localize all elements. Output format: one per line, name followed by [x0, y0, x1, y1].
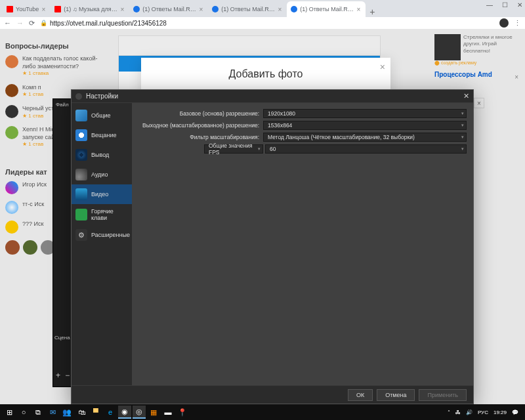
search-icon[interactable]: ○: [17, 406, 30, 419]
obs-settings-window: Настройки ✕ Общие Вещание Вывод Аудио Ви…: [71, 89, 474, 404]
video-icon: [75, 188, 87, 200]
ad-image: [434, 34, 461, 60]
category-label: Расширенные: [91, 232, 130, 238]
category-stream[interactable]: Вещание: [72, 125, 132, 145]
close-icon[interactable]: ×: [356, 6, 360, 13]
minimize-button[interactable]: —: [486, 1, 493, 9]
sidebar-heading: Вопросы-лидеры: [5, 42, 104, 50]
volume-icon[interactable]: 🔊: [466, 410, 472, 415]
url-field[interactable]: 🔒https://otvet.mail.ru/question/21345612…: [40, 20, 494, 27]
ok-button[interactable]: ОК: [348, 389, 373, 401]
new-tab-button[interactable]: +: [366, 7, 379, 17]
forward-button[interactable]: →: [16, 19, 24, 27]
category-hotkeys[interactable]: Горячие клави: [72, 204, 132, 225]
base-resolution-select[interactable]: 1920x1080▾: [263, 109, 467, 118]
category-video[interactable]: Видео: [72, 184, 132, 204]
stake-label: ★ 1 ставка: [22, 70, 104, 77]
avatar[interactable]: [5, 240, 20, 255]
close-button[interactable]: ✕: [517, 1, 522, 9]
notifications-icon[interactable]: 💬: [512, 410, 518, 415]
category-general[interactable]: Общие: [72, 106, 132, 125]
fps-value-select[interactable]: 60▾: [265, 144, 467, 154]
ad-close-icon[interactable]: ×: [514, 74, 518, 81]
category-audio[interactable]: Аудио: [72, 165, 132, 184]
clock[interactable]: 19:29: [494, 410, 507, 415]
profile-avatar[interactable]: [499, 18, 509, 28]
question-text: Как подделать голос какой-либо знаменито…: [22, 55, 104, 70]
cancel-button[interactable]: Отмена: [377, 389, 415, 401]
field-value: Общие значения FPS: [209, 142, 259, 156]
menu-button[interactable]: ⋮: [514, 19, 521, 28]
tab-mail-2[interactable]: (1) Ответы Mail.Ru: настро×: [208, 1, 287, 17]
tab-youtube[interactable]: YouTube×: [3, 1, 51, 17]
close-icon[interactable]: ×: [41, 6, 45, 13]
network-icon[interactable]: 🖧: [455, 410, 461, 415]
obs-icon: [75, 93, 82, 100]
add-scene-button[interactable]: + −: [56, 371, 70, 380]
downscale-filter-row: Фильтр масштабирования: Метод Ланцоша (Ч…: [138, 132, 467, 142]
back-button[interactable]: ←: [4, 19, 11, 27]
youtube-icon: [54, 6, 61, 12]
tab-mail-1[interactable]: (1) Ответы Mail.Ru: ответ×: [129, 1, 208, 17]
scene-label: Сцена: [54, 335, 70, 341]
output-resolution-select[interactable]: 1536x864▾: [263, 121, 467, 130]
close-icon[interactable]: ×: [199, 6, 203, 13]
tab-label: (1) Ответы Mail.Ru: настро: [300, 6, 354, 12]
file-menu[interactable]: Файл: [53, 99, 72, 110]
edge-icon[interactable]: e: [104, 406, 117, 419]
fps-type-select[interactable]: Общие значения FPS▾: [204, 144, 263, 154]
app-icon[interactable]: ▬: [161, 406, 175, 419]
maximize-button[interactable]: ☐: [502, 1, 508, 9]
apply-button[interactable]: Применить: [419, 389, 467, 401]
store-icon[interactable]: 🛍: [75, 406, 88, 419]
chevron-down-icon: ▾: [461, 135, 464, 140]
ad-create-link[interactable]: ⬤ создать рекламу: [434, 60, 520, 66]
chevron-down-icon: ▾: [461, 123, 464, 128]
avatar: [5, 220, 18, 234]
start-button[interactable]: ⊞: [3, 406, 16, 419]
obs-titlebar[interactable]: Настройки ✕: [72, 90, 473, 103]
avatar: [5, 84, 18, 97]
app-icon[interactable]: 📍: [176, 406, 189, 419]
tab-music[interactable]: (1) ♫ Музыка для Стрима×: [51, 1, 129, 17]
task-view-icon[interactable]: ⧉: [32, 406, 45, 419]
category-label: Видео: [91, 191, 108, 198]
mailru-icon: [291, 6, 297, 12]
ad-headline[interactable]: Процессоры Amd: [434, 71, 520, 78]
tab-label: (1) Ответы Mail.Ru: ответ: [142, 6, 196, 12]
system-tray: ˄ 🖧 🔊 РУС 19:29 💬: [448, 410, 522, 415]
chevron-down-icon: ▾: [258, 146, 261, 152]
address-bar: ← → ⟳ 🔒https://otvet.mail.ru/question/21…: [0, 17, 525, 29]
reload-button[interactable]: ⟳: [29, 19, 35, 28]
obs-taskbar-icon[interactable]: ◎: [133, 406, 146, 419]
close-icon[interactable]: ×: [120, 6, 124, 13]
base-resolution-row: Базовое (основа) разрешение: 1920x1080▾: [138, 108, 467, 119]
close-icon[interactable]: ×: [380, 62, 385, 72]
obs-body: Общие Вещание Вывод Аудио Видео Горячие …: [72, 103, 473, 385]
explorer-icon[interactable]: ▀: [89, 406, 102, 419]
chrome-icon[interactable]: ◉: [118, 406, 131, 419]
tab-label: YouTube: [16, 6, 39, 12]
general-icon: [75, 110, 87, 121]
mail-icon[interactable]: ✉: [46, 406, 59, 419]
tab-mail-3[interactable]: (1) Ответы Mail.Ru: настро×: [287, 1, 366, 17]
people-icon[interactable]: 👥: [60, 406, 74, 419]
tab-label: (1) Ответы Mail.Ru: настро: [221, 6, 275, 12]
question-item[interactable]: Как подделать голос какой-либо знаменито…: [5, 55, 104, 77]
avatar[interactable]: [23, 240, 37, 255]
category-output[interactable]: Вывод: [72, 145, 132, 165]
language-indicator[interactable]: РУС: [478, 410, 488, 415]
tray-chevron-icon[interactable]: ˄: [448, 410, 450, 415]
question-text: Комп п: [22, 84, 43, 92]
avatar: [5, 105, 18, 118]
window-title: Настройки: [86, 93, 118, 100]
downscale-filter-select[interactable]: Метод Ланцоша (Чёткое масштабирование, 3…: [263, 133, 467, 142]
field-value: 1536x864: [268, 122, 292, 129]
close-icon[interactable]: ×: [278, 6, 282, 13]
panel-close-icon[interactable]: ×: [474, 98, 484, 108]
category-advanced[interactable]: ⚙Расширенные: [72, 225, 132, 245]
close-icon[interactable]: ✕: [463, 92, 469, 100]
output-icon: [75, 149, 87, 161]
app-icon[interactable]: ▦: [147, 406, 160, 419]
field-value: 60: [270, 146, 276, 152]
